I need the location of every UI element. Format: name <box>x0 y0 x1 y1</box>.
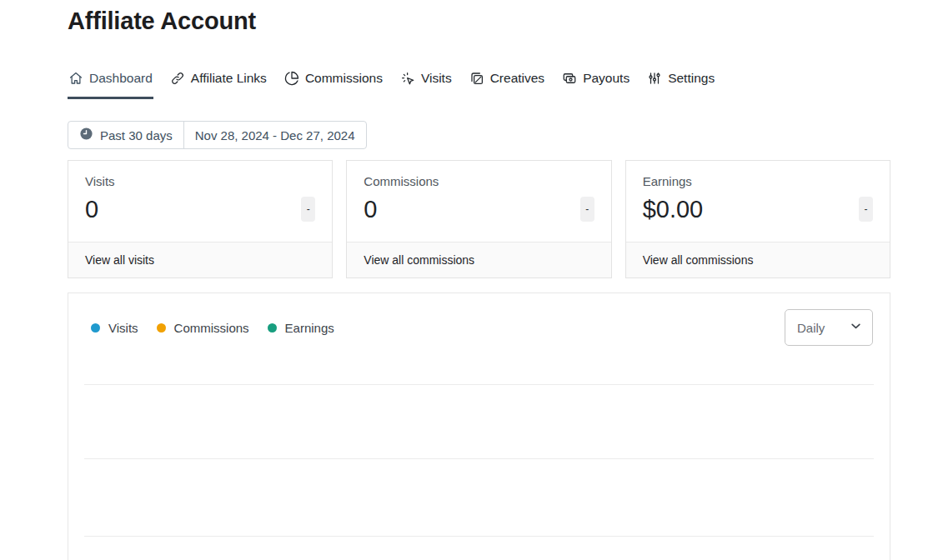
home-icon <box>68 71 83 86</box>
stat-value: 0 <box>364 195 377 223</box>
commissions-dot-icon <box>157 323 166 332</box>
legend-item-visits[interactable]: Visits <box>91 321 138 335</box>
tab-settings[interactable]: Settings <box>646 69 715 99</box>
legend-item-commissions[interactable]: Commissions <box>157 321 249 335</box>
tab-bar: Dashboard Affiliate Links Commissions Vi… <box>68 69 890 99</box>
stat-label: Earnings <box>643 174 873 188</box>
cursor-click-icon <box>400 71 415 86</box>
affiliate-dashboard-page: Affiliate Account Dashboard Affiliate Li… <box>0 8 943 560</box>
stat-trend-badge: - <box>301 197 315 222</box>
stat-value: 0 <box>85 195 98 223</box>
stat-value: $0.00 <box>643 195 704 223</box>
legend-label: Earnings <box>285 321 334 335</box>
tab-label: Settings <box>668 71 715 86</box>
stat-trend-badge: - <box>859 197 873 222</box>
tab-affiliate-links[interactable]: Affiliate Links <box>169 69 268 99</box>
chart-legend: Visits Commissions Earnings <box>91 321 334 335</box>
chart-gridline <box>84 536 874 537</box>
tab-visits[interactable]: Visits <box>399 69 453 99</box>
sliders-icon <box>647 71 662 86</box>
date-range-label: Nov 28, 2024 - Dec 27, 2024 <box>195 128 355 142</box>
stat-label: Visits <box>85 174 315 188</box>
performance-chart-card: Visits Commissions Earnings Daily <box>68 292 890 560</box>
stat-card-visits: Visits 0 - View all visits <box>68 160 333 278</box>
tab-label: Dashboard <box>89 71 153 86</box>
chart-gridline <box>84 458 874 459</box>
date-range-filter: Past 30 days Nov 28, 2024 - Dec 27, 2024 <box>68 121 367 149</box>
interval-select-value: Daily <box>797 321 825 335</box>
tab-dashboard[interactable]: Dashboard <box>68 69 153 99</box>
stat-trend-badge: - <box>580 197 594 222</box>
link-icon <box>170 71 185 86</box>
tab-commissions[interactable]: Commissions <box>283 69 384 99</box>
stat-card-earnings: Earnings $0.00 - View all commissions <box>625 160 890 278</box>
view-all-earnings-link[interactable]: View all commissions <box>626 242 890 278</box>
date-preset-label: Past 30 days <box>100 128 173 142</box>
date-range-button[interactable]: Nov 28, 2024 - Dec 27, 2024 <box>183 122 366 148</box>
cash-icon <box>562 71 577 86</box>
earnings-dot-icon <box>268 323 277 332</box>
legend-item-earnings[interactable]: Earnings <box>268 321 334 335</box>
date-preset-button[interactable]: Past 30 days <box>68 122 183 148</box>
tab-label: Payouts <box>583 71 630 86</box>
chevron-down-icon <box>850 320 862 335</box>
tab-payouts[interactable]: Payouts <box>561 69 630 99</box>
visits-dot-icon <box>91 323 100 332</box>
interval-select[interactable]: Daily <box>785 309 873 346</box>
tab-creatives[interactable]: Creatives <box>469 69 545 99</box>
clock-icon <box>79 127 93 143</box>
creatives-icon <box>469 71 484 86</box>
page-title: Affiliate Account <box>68 8 890 35</box>
legend-label: Commissions <box>174 321 249 335</box>
view-all-commissions-link[interactable]: View all commissions <box>347 242 610 278</box>
tab-label: Visits <box>421 71 452 86</box>
pie-chart-icon <box>284 71 299 86</box>
stat-card-commissions: Commissions 0 - View all commissions <box>346 160 611 278</box>
chart-gridline <box>84 384 874 385</box>
tab-label: Affiliate Links <box>191 71 267 86</box>
legend-label: Visits <box>108 321 138 335</box>
stat-label: Commissions <box>364 174 594 188</box>
tab-label: Commissions <box>305 71 383 86</box>
view-all-visits-link[interactable]: View all visits <box>68 242 332 278</box>
chart-plot-area <box>84 359 874 560</box>
tab-label: Creatives <box>490 71 544 86</box>
stat-cards-row: Visits 0 - View all visits Commissions 0… <box>68 160 890 278</box>
